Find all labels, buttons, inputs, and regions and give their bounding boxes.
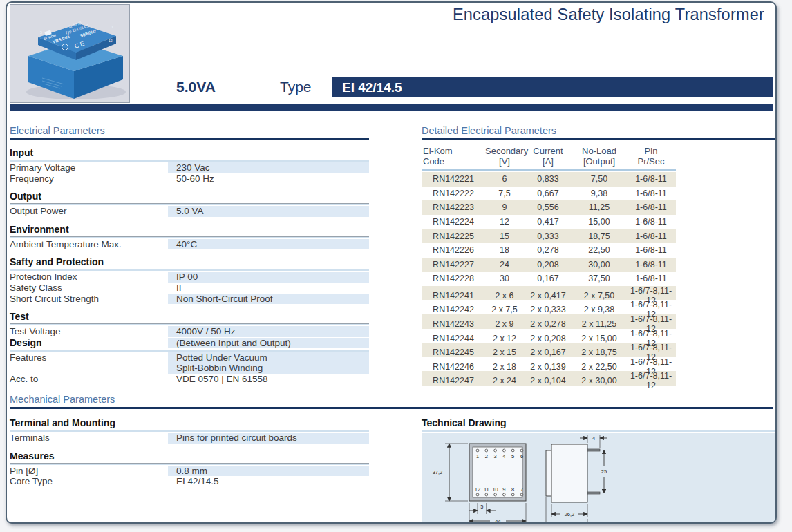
param-row: FeaturesPotted Under Vacuum (10, 352, 369, 363)
param-section: InputPrimary Voltage230 VacFrequency50-6… (10, 147, 369, 184)
pin-number: 2 (485, 453, 488, 459)
param-section: Safty and ProtectionProtection IndexIP 0… (10, 256, 369, 304)
param-label: Terminals (10, 433, 168, 444)
table-cell: RN142246 (422, 362, 485, 372)
table-cell: 2 x 30,00 (572, 376, 626, 386)
table-cell: 2 x 7,50 (572, 291, 626, 301)
table-cell: RN142245 (422, 348, 485, 357)
main-content: Electrical Parameters InputPrimary Volta… (7, 125, 775, 524)
param-section: TestTest Voltage4000V / 50 Hz (10, 311, 369, 337)
param-row: Pin [Ø]0.8 mm (10, 466, 369, 477)
type-value-bar: EI 42/14.5 (332, 77, 773, 97)
param-section-heading-row: Input (10, 147, 369, 160)
table-cell: 30,00 (572, 260, 626, 269)
table-cell: 2 x 0,278 (524, 319, 572, 329)
table-column-header: Secondary[V] (485, 146, 524, 167)
param-value: 230 Vac (168, 162, 369, 173)
param-value: VDE 0570 | EN 61558 (168, 374, 369, 385)
param-row: Output Power5.0 VA (10, 206, 369, 217)
table-cell: 0,167 (524, 274, 572, 283)
table-cell: RN142228 (422, 274, 485, 283)
param-value: Pins for printed circuit boards (168, 433, 369, 444)
table-cell: 2 x 18,75 (572, 348, 626, 357)
pin-number: 11 (484, 486, 489, 493)
table-cell: 1-6/8-11 (626, 189, 676, 198)
table-cell: 2 x 18 (485, 362, 524, 372)
param-label: Test Voltage (10, 326, 168, 337)
table-row: RN142225150,33318,751-6/8-11 (422, 229, 676, 243)
product-photo: EL-KOM Ta 40°/B Typ EI42/14.5 VB5.0VA 50… (10, 5, 129, 102)
technical-drawing-heading: Technical Drawing (422, 417, 775, 430)
param-label: Pin [Ø] (10, 466, 168, 477)
table-cell: 9,38 (572, 189, 626, 198)
param-label (10, 363, 168, 374)
param-row: Acc. toVDE 0570 | EN 61558 (10, 374, 369, 385)
table-cell: RN142247 (422, 376, 485, 386)
table-cell: 2 x 0,333 (524, 305, 572, 314)
table-cell: 1-6/8-11 (626, 260, 676, 269)
table-row: RN1422227,50,6679,381-6/8-11 (422, 187, 676, 201)
table-cell: 2 x 6 (485, 291, 524, 301)
table-column-header: Current[A] (524, 146, 572, 167)
pin-number: 9 (502, 486, 505, 493)
param-row: TerminalsPins for printed circuit boards (10, 433, 369, 444)
table-cell: RN142226 (422, 245, 485, 255)
param-row: Frequency50-60 Hz (10, 173, 369, 184)
param-section-heading-row: Measures (10, 450, 369, 464)
table-row: RN142224120,41715,001-6/8-11 (422, 215, 676, 229)
param-row: Protection IndexIP 00 (10, 272, 369, 283)
corner-pin-1: 1 (111, 25, 113, 29)
table-column-header-line: [A] (524, 156, 572, 167)
corner-pin-7: 7 (45, 48, 47, 52)
table-cell: 2 x 12 (485, 334, 524, 343)
type-label: Type (280, 79, 312, 95)
electrical-parameters-sections: InputPrimary Voltage230 VacFrequency50-6… (10, 147, 369, 385)
table-cell: 2 x 0,139 (524, 362, 572, 372)
param-section-title: Input (10, 147, 168, 158)
table-column-header-line: [Output] (572, 156, 626, 167)
table-cell: RN142227 (422, 260, 485, 269)
electrical-parameters-heading: Electrical Parameters (10, 125, 369, 140)
table-cell: 15 (485, 231, 524, 241)
table-cell: 37,50 (572, 274, 626, 283)
detailed-parameters-column: Detailed Electrical Parameters El-KomCod… (422, 125, 775, 386)
param-row: Test Voltage4000V / 50 Hz (10, 326, 369, 337)
table-row: RN1422472 x 242 x 0,1042 x 30,001-6/7-8,… (422, 371, 676, 386)
param-value: 50-60 Hz (168, 173, 369, 184)
dim-pin-length-label: 4 (592, 435, 595, 441)
side-view-flange (546, 450, 551, 496)
param-label: Short Circuit Strength (10, 294, 168, 305)
table-cell: RN142242 (422, 305, 485, 314)
param-value: 4000V / 50 Hz (168, 326, 369, 337)
param-label: Frequency (10, 173, 168, 184)
table-row: RN142226180,27822,501-6/8-11 (422, 243, 676, 258)
table-cell: RN142243 (422, 319, 485, 329)
param-label: Core Type (10, 476, 168, 487)
table-cell: RN142224 (422, 217, 485, 227)
dim-total-depth-label: 32 (564, 521, 569, 524)
table-cell: 15,00 (572, 217, 626, 227)
param-label: Output Power (10, 206, 168, 217)
pin-number: 7 (520, 486, 523, 493)
table-cell: 0,556 (524, 202, 572, 212)
detailed-parameters-heading: Detailed Electrical Parameters (422, 125, 775, 140)
pin-number: 3 (494, 453, 497, 459)
table-cell: 9 (485, 202, 524, 212)
table-cell: RN142241 (422, 291, 485, 301)
table-row: RN142227240,20830,001-6/8-11 (422, 258, 676, 272)
table-cell: 1-6/7-8,11-12 (626, 371, 676, 390)
param-value: 40°C (168, 239, 369, 250)
param-section-heading-row: Test (10, 311, 369, 324)
header: EL-KOM Ta 40°/B Typ EI42/14.5 VB5.0VA 50… (7, 3, 775, 111)
table-cell: 12 (485, 217, 524, 227)
pin-number: 6 (520, 453, 523, 459)
electrical-parameters-column: Electrical Parameters InputPrimary Volta… (10, 125, 369, 386)
param-label: Primary Voltage (10, 162, 168, 173)
dim-width-label: 44 (495, 518, 500, 524)
datasheet-page: EL-KOM Ta 40°/B Typ EI42/14.5 VB5.0VA 50… (6, 1, 777, 524)
table-cell: RN142244 (422, 334, 485, 343)
mechanical-parameters-heading: Mechanical Parameters (10, 394, 773, 409)
table-cell: 2 x 0,417 (524, 291, 572, 301)
table-row: RN14222390,55611,251-6/8-11 (422, 200, 676, 215)
param-row: Split-Bobbin Winding (10, 363, 369, 374)
